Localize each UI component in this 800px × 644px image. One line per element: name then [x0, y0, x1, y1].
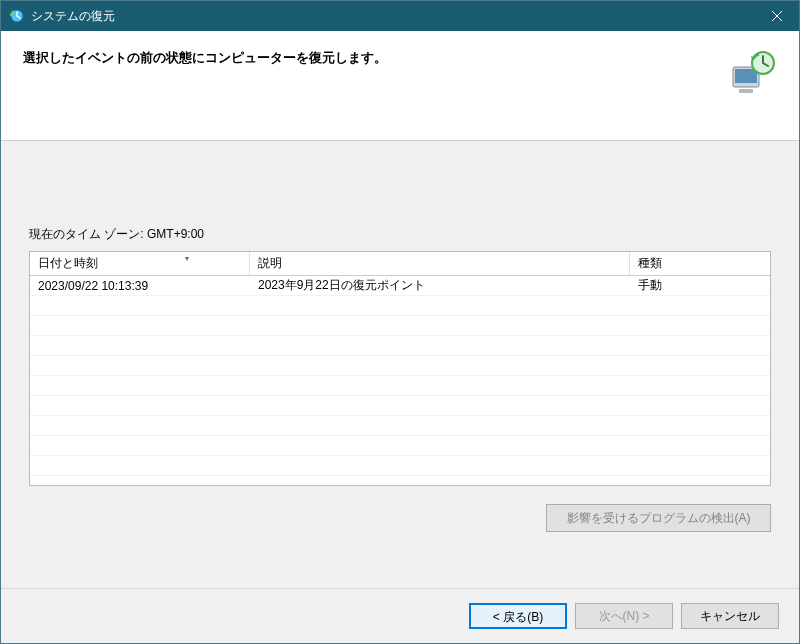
restore-points-table[interactable]: 日付と時刻 ▾ 説明 種類 2023/09/22 10:13:39 2023年9…: [29, 251, 771, 486]
header-section: 選択したイベントの前の状態にコンピューターを復元します。: [1, 31, 799, 141]
cell-datetime: 2023/09/22 10:13:39: [30, 276, 250, 295]
header-heading: 選択したイベントの前の状態にコンピューターを復元します。: [23, 49, 717, 67]
empty-row: [30, 356, 770, 376]
sort-indicator-icon: ▾: [185, 254, 189, 263]
system-restore-window: システムの復元 選択したイベントの前の状態にコンピューターを復元します。 現在の…: [0, 0, 800, 644]
restore-wizard-icon: [729, 49, 777, 97]
scan-affected-programs-button[interactable]: 影響を受けるプログラムの検出(A): [546, 504, 771, 532]
next-button[interactable]: 次へ(N) >: [575, 603, 673, 629]
title-bar: システムの復元: [1, 1, 799, 31]
actions-row: 影響を受けるプログラムの検出(A): [29, 504, 771, 532]
column-type[interactable]: 種類: [630, 252, 770, 275]
empty-row: [30, 296, 770, 316]
content-section: 現在のタイム ゾーン: GMT+9:00 日付と時刻 ▾ 説明 種類 2023/…: [1, 141, 799, 588]
svg-rect-3: [739, 89, 753, 93]
table-row[interactable]: 2023/09/22 10:13:39 2023年9月22日の復元ポイント 手動: [30, 276, 770, 296]
system-restore-icon: [9, 8, 25, 24]
empty-row: [30, 436, 770, 456]
column-description-label: 説明: [258, 255, 282, 272]
empty-row: [30, 416, 770, 436]
window-title: システムの復元: [31, 8, 754, 25]
cell-description: 2023年9月22日の復元ポイント: [250, 276, 630, 295]
empty-row: [30, 336, 770, 356]
cell-type: 手動: [630, 276, 770, 295]
svg-rect-2: [735, 69, 757, 83]
empty-row: [30, 396, 770, 416]
empty-row: [30, 376, 770, 396]
column-datetime-label: 日付と時刻: [38, 255, 98, 272]
column-type-label: 種類: [638, 255, 662, 272]
close-button[interactable]: [754, 1, 799, 31]
cancel-button[interactable]: キャンセル: [681, 603, 779, 629]
footer-section: < 戻る(B) 次へ(N) > キャンセル: [1, 588, 799, 643]
timezone-label: 現在のタイム ゾーン: GMT+9:00: [29, 226, 771, 243]
table-header: 日付と時刻 ▾ 説明 種類: [30, 252, 770, 276]
column-datetime[interactable]: 日付と時刻 ▾: [30, 252, 250, 275]
empty-row: [30, 316, 770, 336]
back-button[interactable]: < 戻る(B): [469, 603, 567, 629]
table-body: 2023/09/22 10:13:39 2023年9月22日の復元ポイント 手動: [30, 276, 770, 476]
empty-row: [30, 456, 770, 476]
column-description[interactable]: 説明: [250, 252, 630, 275]
